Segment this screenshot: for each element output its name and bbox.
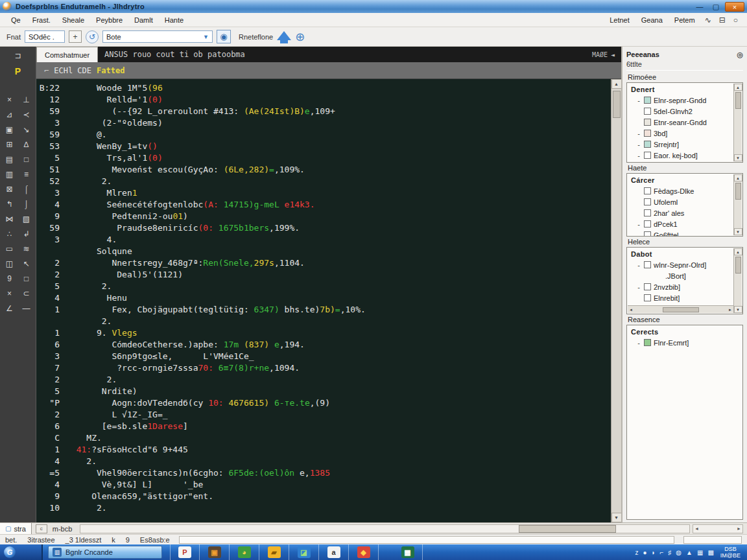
scroll-down-icon[interactable]: ▼: [734, 154, 742, 161]
tree-item-dpcek1[interactable]: -dPcek1: [631, 218, 732, 229]
menu-item-letnet[interactable]: Letnet: [604, 15, 635, 25]
checkbox[interactable]: [644, 283, 651, 290]
tree-item-etnr-seanr-gndd[interactable]: -Etnr-seanr-Gndd: [631, 117, 732, 128]
tool-icon-13[interactable]: ⌠: [19, 183, 34, 196]
menu-toolbar-icon-1[interactable]: ⊟: [715, 16, 729, 25]
scroll-down-icon[interactable]: ▼: [734, 306, 742, 313]
scroll-up-icon[interactable]: ▲: [734, 84, 742, 91]
tree-item-winr-sepnr-olrd[interactable]: -wInr-Sepnr-Olrd]: [631, 259, 732, 270]
tool-icon-8[interactable]: ▤: [3, 153, 17, 166]
minimize-button[interactable]: —: [693, 2, 707, 12]
tray-icon-3[interactable]: ⌐: [659, 549, 663, 556]
tool-icon-20[interactable]: ▭: [3, 242, 17, 255]
maximize-button[interactable]: ▢: [709, 2, 723, 12]
tool-icon-4[interactable]: ▣: [3, 123, 17, 136]
tool-icon-26[interactable]: ×: [3, 287, 17, 300]
menu-item-frast[interactable]: Frast.: [27, 15, 56, 25]
tree-item-flnr-ecmrt[interactable]: -Flnr-Ecmrt]: [631, 337, 732, 348]
document-tab[interactable]: Comshatmuer: [36, 47, 98, 62]
tool-icon-top-1[interactable]: Ρ: [11, 65, 25, 78]
menu-toolbar-icon-2[interactable]: ○: [729, 16, 742, 25]
scroll-right-icon[interactable]: ►: [728, 308, 732, 312]
tool-icon-10[interactable]: ▥: [3, 168, 17, 181]
scroll-left-icon[interactable]: ◄: [694, 526, 699, 531]
tool-icon-15[interactable]: ⌡: [19, 198, 34, 211]
globe-icon[interactable]: ⊕: [295, 31, 305, 43]
gear-icon[interactable]: ◎: [737, 51, 743, 59]
start-segment[interactable]: G: [0, 544, 43, 560]
checkbox[interactable]: [644, 231, 651, 237]
refresh-button[interactable]: ↺: [86, 30, 99, 43]
checkbox[interactable]: [644, 294, 651, 301]
scroll-up-icon[interactable]: ▲: [734, 174, 742, 181]
menu-item-hante[interactable]: Hante: [159, 15, 189, 25]
checkbox[interactable]: [644, 152, 651, 159]
horizontal-scroll-thumb[interactable]: [519, 525, 616, 533]
scroll-down-icon[interactable]: ▼: [611, 513, 622, 522]
tool-icon-17[interactable]: ▧: [19, 213, 34, 226]
up-arrow-icon[interactable]: [277, 31, 291, 40]
tool-icon-top-0[interactable]: ⊐: [11, 49, 25, 62]
tool-icon-12[interactable]: ⊠: [3, 183, 17, 196]
scroll-right-icon[interactable]: ►: [737, 526, 741, 531]
tool-icon-19[interactable]: ↲: [19, 228, 34, 240]
menu-item-petem[interactable]: Petem: [669, 15, 701, 25]
taskbar-app-7[interactable]: ▦: [393, 544, 423, 560]
active-task-button[interactable]: ▥ Bgnlr Cncande: [48, 546, 162, 559]
tool-icon-0[interactable]: ×: [3, 93, 17, 106]
tool-icon-9[interactable]: □: [19, 153, 34, 166]
checkbox[interactable]: [644, 261, 651, 268]
tool-icon-16[interactable]: ⋈: [3, 213, 17, 226]
chevron-down-icon[interactable]: ▼: [203, 34, 209, 40]
taskbar-app-6[interactable]: ◆: [349, 544, 379, 560]
taskbar-app-1[interactable]: ▣: [200, 544, 230, 560]
tray-icon-4[interactable]: ♯: [668, 549, 671, 556]
horizontal-scrollbar[interactable]: [80, 524, 690, 533]
checkbox[interactable]: [644, 209, 651, 216]
tree-item-eaor-kej-bod[interactable]: -Eaor. kej-bod]: [631, 150, 732, 161]
tool-icon-28[interactable]: ∠: [3, 302, 17, 315]
scroll-thumb[interactable]: [735, 183, 741, 200]
checkbox[interactable]: [644, 339, 651, 346]
tool-icon-2[interactable]: ⊿: [3, 108, 17, 121]
megaphone-icon[interactable]: ◄: [611, 51, 615, 58]
tree-root-c-rcer[interactable]: Cárcer: [631, 175, 732, 185]
taskbar-app-0[interactable]: P: [170, 544, 200, 560]
tree-item-go6fttel[interactable]: -Go6fttel: [631, 229, 732, 237]
checkbox[interactable]: [644, 119, 651, 126]
tool-icon-11[interactable]: ≡: [19, 168, 34, 181]
tree-item-ufoleml[interactable]: -Ufoleml: [631, 196, 732, 207]
editor-vertical-scrollbar[interactable]: ▲ ▼: [611, 79, 621, 522]
tree-root-cerects[interactable]: Cerects: [631, 327, 732, 337]
tray-icon-1[interactable]: ●: [643, 549, 646, 556]
tree-item-elnrebit[interactable]: -Elnrebit]: [631, 292, 732, 303]
tree-item-2nvzbib[interactable]: -2nvzbib]: [631, 281, 732, 292]
mode-combobox[interactable]: SOdēc .: [25, 30, 65, 43]
taskbar-app-3[interactable]: ▰: [259, 544, 289, 560]
tray-icon-2[interactable]: ◗: [651, 549, 655, 556]
scroll-thumb[interactable]: [663, 307, 699, 312]
scroll-up-icon[interactable]: ▲: [611, 79, 622, 89]
tool-icon-25[interactable]: □: [19, 272, 34, 285]
tree-item-f-dags-dlke[interactable]: -Fèdags-Dlke: [631, 185, 732, 196]
tray-icon-5[interactable]: ◍: [676, 549, 682, 556]
tree-item-elnr-sepnr-gndd[interactable]: -Elnr-sepnr-Gndd: [631, 95, 732, 106]
scroll-up-icon[interactable]: ▲: [734, 248, 742, 255]
scroll-thumb[interactable]: [735, 257, 741, 274]
checkbox[interactable]: [644, 187, 651, 194]
tool-icon-14[interactable]: ↰: [3, 198, 17, 211]
checkbox[interactable]: [644, 97, 651, 104]
tool-icon-21[interactable]: ≋: [19, 242, 34, 255]
taskbar-app-4[interactable]: ◪: [289, 544, 319, 560]
tree-item-jbort[interactable]: -.JBort]: [631, 270, 732, 281]
menu-item-geana[interactable]: Geana: [635, 15, 669, 25]
menu-item-sheale[interactable]: Sheale: [56, 15, 90, 25]
tray-icon-8[interactable]: ▩: [707, 549, 713, 556]
tool-icon-27[interactable]: ⊂: [19, 287, 34, 300]
tool-icon-18[interactable]: ∴: [3, 228, 17, 240]
tray-icon-7[interactable]: ▦: [697, 549, 703, 556]
tool-icon-24[interactable]: 9: [3, 272, 17, 285]
menu-item-damlt[interactable]: Damlt: [128, 15, 159, 25]
tree-item-2har-ales[interactable]: -2har' ales: [631, 207, 732, 218]
tree-item-srrejntr[interactable]: -Srrejntr]: [631, 139, 732, 150]
